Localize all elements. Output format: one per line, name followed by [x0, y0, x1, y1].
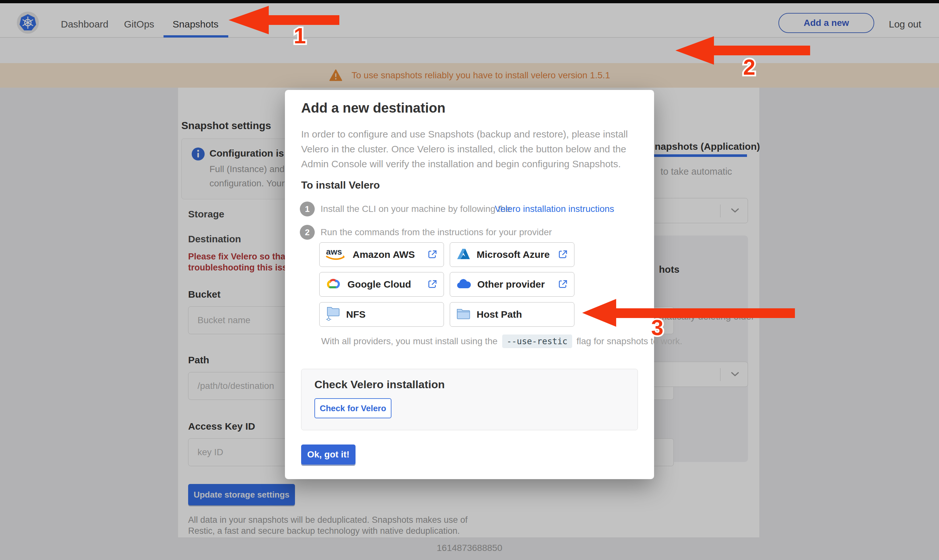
provider-label: Other provider: [477, 279, 544, 290]
provider-label: NFS: [346, 309, 365, 320]
install-velero-heading: To install Velero: [301, 179, 380, 191]
provider-label: Host Path: [476, 309, 522, 320]
provider-nfs[interactable]: NFS: [319, 302, 444, 327]
add-destination-modal: Add a new destination In order to config…: [285, 90, 654, 479]
modal-intro-line2: Velero in the cluster. Once Velero is in…: [301, 144, 626, 155]
provider-label: Amazon AWS: [353, 249, 415, 260]
step2-text: Run the commands from the instructions f…: [321, 227, 552, 237]
provider-amazon-aws[interactable]: aws Amazon AWS: [319, 242, 444, 267]
step2-badge: 2: [300, 225, 315, 240]
check-velero-heading: Check Velero installation: [315, 378, 444, 391]
google-cloud-icon: [325, 278, 342, 291]
aws-icon: aws: [325, 247, 347, 262]
external-link-icon: [557, 279, 568, 290]
step1-badge: 1: [300, 202, 315, 217]
modal-intro-line1: In order to configure and use Snapshots …: [301, 129, 628, 140]
modal-intro-line3: Admin Console will verify the installati…: [301, 158, 621, 169]
nfs-icon: [325, 306, 340, 323]
cloud-icon: [456, 278, 472, 291]
restic-note: With all providers, you must install usi…: [321, 334, 682, 348]
restic-text-after: flag for snapshots to work.: [577, 336, 683, 346]
restic-text-before: With all providers, you must install usi…: [321, 336, 498, 346]
provider-other[interactable]: Other provider: [450, 272, 574, 297]
svg-text:aws: aws: [326, 247, 342, 257]
provider-label: Microsoft Azure: [476, 249, 550, 260]
external-link-icon: [557, 249, 568, 260]
provider-google-cloud[interactable]: Google Cloud: [319, 272, 444, 297]
provider-host-path[interactable]: Host Path: [450, 302, 574, 327]
folder-icon: [456, 307, 471, 322]
modal-title: Add a new destination: [301, 100, 446, 116]
azure-icon: [456, 248, 471, 262]
velero-instructions-link[interactable]: Velero installation instructions: [495, 204, 614, 214]
provider-label: Google Cloud: [347, 279, 411, 290]
check-velero-panel: Check Velero installation Check for Vele…: [301, 369, 638, 430]
external-link-icon: [427, 279, 438, 290]
screen: Dashboard GitOps Snapshots Add a new app…: [0, 0, 939, 560]
restic-flag-code: --use-restic: [502, 334, 572, 348]
external-link-icon: [427, 249, 438, 260]
check-for-velero-button[interactable]: Check for Velero: [315, 398, 392, 418]
ok-got-it-button[interactable]: Ok, got it!: [301, 445, 356, 465]
step1-text: Install the CLI on your machine by follo…: [321, 204, 510, 214]
provider-microsoft-azure[interactable]: Microsoft Azure: [450, 242, 574, 267]
